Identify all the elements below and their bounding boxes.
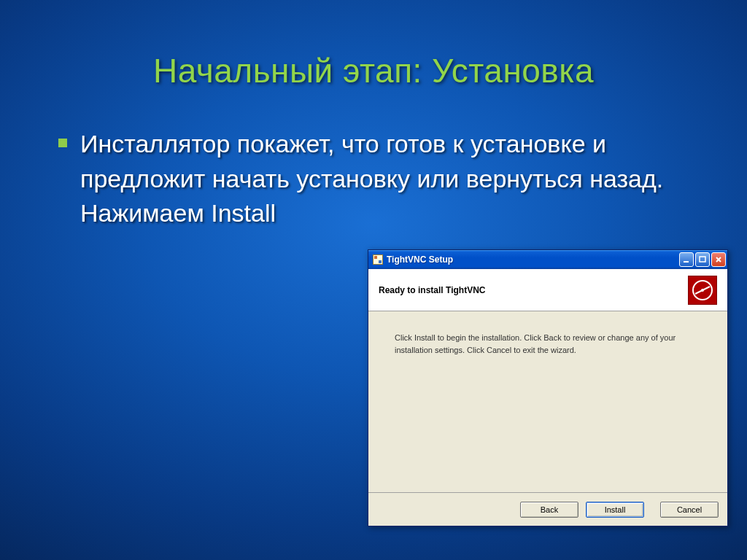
bullet-item: Инсталлятор покажет, что готов к установ… bbox=[58, 127, 689, 231]
installer-app-icon bbox=[373, 254, 383, 265]
tightvnc-logo-icon bbox=[688, 276, 717, 305]
window-titlebar[interactable]: TightVNC Setup bbox=[368, 250, 727, 269]
window-title: TightVNC Setup bbox=[387, 254, 676, 265]
bullet-marker-icon bbox=[58, 139, 67, 147]
wizard-body: Click Install to begin the installation.… bbox=[368, 311, 727, 492]
installer-window: TightVNC Setup Ready to install TightVNC bbox=[368, 249, 728, 526]
maximize-button[interactable] bbox=[695, 252, 710, 267]
bullet-text: Инсталлятор покажет, что готов к установ… bbox=[80, 127, 689, 231]
minimize-button[interactable] bbox=[679, 252, 694, 267]
wizard-footer: Back Install Cancel bbox=[368, 492, 727, 526]
install-button[interactable]: Install bbox=[586, 502, 644, 518]
cancel-button[interactable]: Cancel bbox=[660, 502, 719, 518]
svg-point-4 bbox=[701, 289, 704, 292]
presentation-slide: Начальный этап: Установка Инсталлятор по… bbox=[0, 0, 747, 560]
maximize-icon bbox=[699, 256, 706, 263]
svg-rect-0 bbox=[684, 261, 689, 262]
back-button[interactable]: Back bbox=[520, 502, 578, 518]
slide-body: Инсталлятор покажет, что готов к установ… bbox=[0, 90, 747, 231]
svg-rect-1 bbox=[700, 257, 705, 262]
close-icon bbox=[715, 256, 722, 263]
titlebar-buttons bbox=[679, 252, 726, 267]
wizard-heading: Ready to install TightVNC bbox=[379, 285, 485, 295]
close-button[interactable] bbox=[711, 252, 726, 267]
wizard-body-text: Click Install to begin the installation.… bbox=[395, 332, 701, 356]
slide-title: Начальный этап: Установка bbox=[0, 0, 747, 90]
minimize-icon bbox=[683, 256, 690, 263]
wizard-header: Ready to install TightVNC bbox=[368, 269, 727, 311]
